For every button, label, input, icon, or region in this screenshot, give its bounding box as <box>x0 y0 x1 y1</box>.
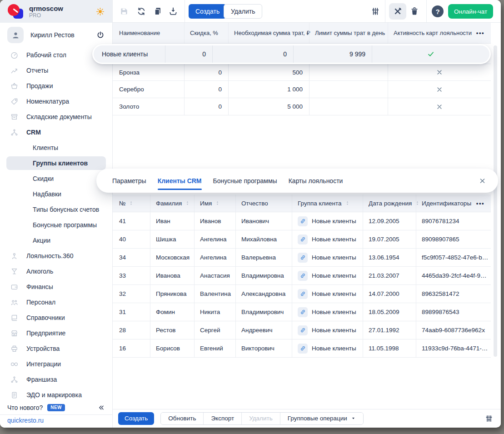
client-cell-firstname: Сергей <box>194 321 235 339</box>
delete-group-button[interactable]: Удалить <box>224 4 262 19</box>
sidebar-item-12[interactable]: Акции <box>0 233 112 248</box>
clients-column-header[interactable]: Идентификаторы••• <box>416 195 491 212</box>
group-link-button[interactable] <box>298 234 308 244</box>
tab-2[interactable]: Бонусные программы <box>213 169 277 193</box>
group-link-button[interactable] <box>298 325 308 335</box>
sidebar-item-11[interactable]: Бонусные программы <box>0 217 112 233</box>
toolbar-divider <box>385 0 385 22</box>
save-icon[interactable] <box>119 6 129 16</box>
client-row[interactable]: 34МосковскаяАнгелинаВалерьевнаНовые клие… <box>113 249 491 267</box>
download-icon[interactable] <box>168 6 178 16</box>
clients-column-header[interactable]: Дата рождения <box>363 195 416 212</box>
clients-column-header[interactable]: Группа клиента <box>292 195 363 212</box>
site-link[interactable]: quickresto.ru <box>7 417 44 424</box>
link-icon <box>299 327 306 334</box>
sidebar-item-3[interactable]: Номенклатура <box>0 94 112 109</box>
online-chat-button[interactable]: Онлайн-чат <box>448 4 493 19</box>
column-label: Активность карт лояльности <box>394 30 472 36</box>
sidebar-item-label: Предприятие <box>26 329 65 337</box>
help-button[interactable]: ? <box>432 5 444 17</box>
sidebar-item-19[interactable]: Устройства <box>0 341 112 356</box>
create-client-button[interactable]: Создать <box>118 412 154 425</box>
client-row[interactable]: 41ИванИвановИвановичНовые клиенты12.09.2… <box>113 212 491 230</box>
logout-icon[interactable] <box>96 30 105 40</box>
group-row[interactable]: Бронза0500 <box>113 64 491 81</box>
client-row[interactable]: 16БорисовЕвгенийВикторовичНовые клиенты1… <box>113 339 491 358</box>
theme-toggle-icon[interactable] <box>95 7 105 16</box>
client-row[interactable]: 40ШишкаАнгелинаМихайловнаНовые клиенты19… <box>113 230 491 249</box>
sidebar-item-10[interactable]: Типы бонусных счетов <box>0 202 112 217</box>
whats-new-link[interactable]: Что нового? <box>7 404 43 411</box>
delete-client-button[interactable]: Удалить <box>241 413 280 424</box>
sidebar-item-9[interactable]: Надбавки <box>0 186 112 202</box>
groups-column-header[interactable]: Наименование <box>113 23 184 43</box>
groups-column-header[interactable]: Активность карт лояльности••• <box>388 23 491 43</box>
column-settings-button[interactable]: ••• <box>473 30 484 36</box>
groups-column-header[interactable]: Скидка, % <box>184 23 228 43</box>
selected-group-cell: Новые клиенты <box>94 45 165 63</box>
group-link-button[interactable] <box>298 253 308 263</box>
selected-group-row[interactable]: Новые клиенты009 999 <box>92 44 491 64</box>
sidebar-item-8[interactable]: Скидки <box>0 171 112 186</box>
column-settings-button[interactable]: ••• <box>473 200 484 207</box>
group-link-button[interactable] <box>298 271 308 281</box>
client-row[interactable]: 28РестовСергейАндреевичНовые клиенты27.0… <box>113 321 491 339</box>
tools-button[interactable] <box>389 3 406 20</box>
sidebar-item-16[interactable]: Персонал <box>0 294 112 310</box>
group-row[interactable]: Серебро01 000 <box>113 81 491 98</box>
detail-tabbar: ПараметрыКлиенты CRMБонусные программыКа… <box>96 169 498 193</box>
sidebar-item-20[interactable]: Интеграции <box>0 356 112 372</box>
display-settings-icon[interactable] <box>370 6 380 16</box>
clients-column-header[interactable]: № <box>113 195 150 212</box>
sidebar-item-18[interactable]: Предприятие <box>0 325 112 341</box>
sidebar-item-15[interactable]: Финансы <box>0 279 112 294</box>
group-link-button[interactable] <box>298 216 308 226</box>
group-operations-button[interactable]: Групповые операции <box>280 413 363 424</box>
client-cell-identifiers: 89076781234 <box>416 212 491 230</box>
client-cell-value: Евгений <box>200 345 223 352</box>
sidebar-item-2[interactable]: Продажи <box>0 78 112 94</box>
tab-3[interactable]: Карты лояльности <box>289 169 343 193</box>
group-link-button[interactable] <box>298 289 308 299</box>
client-cell-firstname: Ангелина <box>194 230 235 248</box>
export-button[interactable]: Экспорт <box>203 413 241 424</box>
group-link-button[interactable] <box>298 307 308 317</box>
client-cell-identifiers: 89899876543 <box>416 303 491 321</box>
sidebar-item-1[interactable]: Отчеты <box>0 63 112 78</box>
copy-icon[interactable] <box>153 6 163 16</box>
sidebar-item-21[interactable]: Франшиза <box>0 372 112 387</box>
refresh-button[interactable]: Обновить <box>161 413 203 424</box>
sidebar-item-7[interactable]: Группы клиентов <box>0 155 112 171</box>
scrollbar-thumb[interactable] <box>494 45 497 357</box>
collapse-sidebar-icon[interactable] <box>98 404 105 411</box>
sidebar-item-14[interactable]: Алкоголь <box>0 264 112 279</box>
trash-icon[interactable] <box>409 6 419 16</box>
sidebar-item-13[interactable]: Лояльность.360 <box>0 248 112 264</box>
close-panel-icon[interactable] <box>479 177 486 185</box>
staff-icon <box>10 298 19 307</box>
clients-column-header[interactable]: Фамилия <box>150 195 194 212</box>
sidebar-item-17[interactable]: Справочники <box>0 310 112 325</box>
tab-1[interactable]: Клиенты CRM <box>158 169 202 193</box>
selected-group-value: 0 <box>202 50 206 58</box>
client-cell-group: Новые клиенты <box>292 212 363 230</box>
create-group-button[interactable]: Создать <box>189 4 226 19</box>
client-row[interactable]: 32ПряниковаВалентинаАлександровнаНовые к… <box>113 285 491 303</box>
groups-column-header[interactable]: Необходимая сумма трат, ₽ <box>228 23 309 43</box>
display-settings-icon[interactable] <box>484 414 494 423</box>
clients-column-header[interactable]: Отчество <box>235 195 292 212</box>
client-row[interactable]: 33ИвановаАнастасияВладимировнаНовые клие… <box>113 267 491 285</box>
group-link-button[interactable] <box>298 344 308 354</box>
client-row[interactable]: 31ФоминНикитаВладимировичНовые клиенты18… <box>113 303 491 321</box>
sidebar-item-5[interactable]: CRM <box>0 125 112 140</box>
tab-0[interactable]: Параметры <box>112 169 146 193</box>
column-label: Скидка, % <box>190 30 218 36</box>
sidebar-item-6[interactable]: Клиенты <box>0 140 112 155</box>
user-row: Кирилл Рестов <box>0 25 112 45</box>
group-row[interactable]: Золото05 000 <box>113 98 491 115</box>
sidebar-item-4[interactable]: Складские документы <box>0 109 112 125</box>
sidebar-item-22[interactable]: ЭДО и маркировка <box>0 387 112 403</box>
clients-column-header[interactable]: Имя <box>194 195 235 212</box>
groups-column-header[interactable]: Лимит суммы трат в день <box>309 23 388 43</box>
refresh-icon[interactable] <box>136 6 146 16</box>
